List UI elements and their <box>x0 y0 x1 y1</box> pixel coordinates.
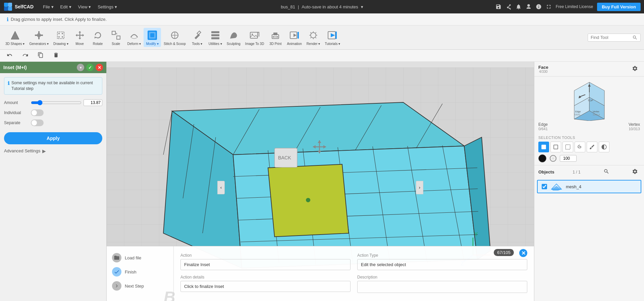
3d-print-icon <box>269 29 281 41</box>
menu-file[interactable]: File ▾ <box>40 3 56 11</box>
apply-button[interactable]: Apply <box>4 132 102 144</box>
3d-shapes-icon <box>9 29 21 41</box>
tool-scale[interactable]: Scale <box>107 28 125 47</box>
sel-tool-solid[interactable] <box>538 142 549 152</box>
find-tool-search-icon <box>632 35 638 40</box>
user-icon[interactable] <box>526 4 532 10</box>
svg-rect-23 <box>250 32 258 38</box>
action-type-value: Edit the selected object <box>357 259 527 270</box>
find-tool-box[interactable] <box>588 34 641 42</box>
objects-search-button[interactable] <box>601 167 611 177</box>
info-icon[interactable] <box>536 4 542 10</box>
tutorial-action-next[interactable]: Next Step <box>112 281 168 291</box>
tool-stitch[interactable]: Stitch & Scoop <box>162 28 188 47</box>
tool-tools[interactable]: Tools ▾ <box>189 28 206 47</box>
menu-edit[interactable]: Edit ▾ <box>58 3 74 11</box>
sel-tool-invert[interactable] <box>599 142 609 152</box>
autosave-arrow[interactable]: ▾ <box>361 4 363 9</box>
face-mode[interactable]: Face 4/330 <box>538 65 548 73</box>
tutorial-progress: 67/105 <box>494 249 514 256</box>
tool-render[interactable]: Render ▾ <box>305 28 322 47</box>
tool-rotate[interactable]: Rotate <box>89 28 107 47</box>
amount-slider[interactable] <box>31 100 82 105</box>
find-tool-input[interactable] <box>591 35 631 40</box>
confirm-button[interactable]: ✓ <box>86 64 94 71</box>
fullscreen-icon[interactable] <box>546 4 552 10</box>
tool-3d-shapes[interactable]: 3D Shapes ▾ <box>3 28 26 47</box>
advanced-settings-label: Advanced Settings <box>4 148 40 153</box>
svg-point-58 <box>306 198 310 202</box>
sel-tool-lasso[interactable] <box>575 142 585 152</box>
tool-generators[interactable]: Generators ▾ <box>27 28 51 47</box>
utilities-icon <box>209 29 221 41</box>
viewport-nav-right[interactable]: › <box>416 181 423 194</box>
tool-sculpting[interactable]: Sculpting <box>225 28 243 47</box>
expand-button[interactable]: ▾ <box>77 64 84 71</box>
tutorial-close-button[interactable]: ✕ <box>519 249 527 257</box>
right-settings-button[interactable] <box>630 64 640 73</box>
copy-icon <box>38 52 44 58</box>
objects-settings-button[interactable] <box>630 167 640 177</box>
tool-modify[interactable]: Modify ▾ <box>144 28 161 47</box>
tool-3d-print[interactable]: 3D Print <box>267 28 284 47</box>
menu-view[interactable]: View ▾ <box>75 3 94 11</box>
svg-point-9 <box>58 33 60 34</box>
redo-button[interactable] <box>20 51 30 60</box>
menu-settings[interactable]: Settings ▾ <box>95 3 120 11</box>
next-step-icon <box>112 281 121 291</box>
page-decoration: B <box>164 288 175 301</box>
tool-tutorials[interactable]: Tutorials ▾ <box>323 28 342 47</box>
share-icon[interactable] <box>505 4 512 10</box>
svg-rect-32 <box>298 32 299 39</box>
tool-drawing[interactable]: Drawing ▾ <box>51 28 70 47</box>
tutorial-action-load[interactable]: Load file <box>112 253 168 262</box>
tool-title: Inset (M+I) <box>3 65 27 70</box>
3d-print-label: 3D Print <box>269 42 281 46</box>
edge-info[interactable]: Edge 0/641 <box>538 122 548 131</box>
tutorial-action-finish[interactable]: Finish <box>112 267 168 277</box>
tool-utilities[interactable]: Utilities ▾ <box>207 28 224 47</box>
action-value: Finalize Inset <box>180 259 351 270</box>
opacity-input[interactable] <box>560 155 577 162</box>
close-button[interactable]: ✕ <box>96 64 103 71</box>
image-to-3d-icon <box>249 29 261 41</box>
object-name: mesh_4 <box>566 184 637 189</box>
bell-icon[interactable] <box>516 4 522 10</box>
sel-tool-wireframe[interactable] <box>550 142 561 152</box>
svg-text:Vertex: Vertex <box>593 110 599 113</box>
save-icon[interactable] <box>495 4 501 10</box>
advanced-arrow-icon: ▶ <box>42 148 46 154</box>
copy-button[interactable] <box>36 51 46 60</box>
viewport-nav-left[interactable]: ‹ <box>217 181 225 194</box>
tool-move[interactable]: Move <box>71 28 89 47</box>
undo-button[interactable] <box>5 51 15 60</box>
tool-deform[interactable]: Deform ▾ <box>125 28 143 47</box>
tools-label: Tools ▾ <box>192 42 202 46</box>
color-swatch[interactable] <box>538 154 546 162</box>
edge-value: 0/641 <box>538 127 548 131</box>
tool-image-to-3d[interactable]: Image To 3D <box>243 28 266 47</box>
individual-toggle[interactable] <box>31 109 44 116</box>
scale-icon <box>110 29 122 41</box>
svg-marker-31 <box>293 34 297 37</box>
object-checkbox[interactable] <box>542 184 547 189</box>
view-cube[interactable]: TOP Edge 0/641 Vertex 10/313 <box>569 81 609 121</box>
object-row[interactable]: mesh_4 <box>537 180 641 193</box>
description-value <box>357 281 527 293</box>
tool-animation[interactable]: Animation <box>285 28 304 47</box>
buy-button[interactable]: Buy Full Version <box>597 3 641 11</box>
amount-input[interactable] <box>84 99 102 106</box>
opacity-row <box>538 154 640 162</box>
settings-icon <box>632 65 638 71</box>
mesh-swatch[interactable] <box>549 154 557 162</box>
delete-button[interactable] <box>51 51 61 60</box>
sel-tool-paint[interactable] <box>587 142 597 152</box>
advanced-settings[interactable]: Advanced Settings ▶ <box>4 147 102 155</box>
separate-toggle[interactable] <box>31 119 44 126</box>
viewport[interactable]: ‹ › <box>107 62 534 301</box>
svg-rect-6 <box>38 31 40 39</box>
vertex-info[interactable]: Vertex 10/313 <box>629 122 640 131</box>
drawing-icon <box>55 29 67 41</box>
objects-count: 1 / 1 <box>573 170 580 174</box>
sel-tool-box[interactable] <box>562 142 573 152</box>
